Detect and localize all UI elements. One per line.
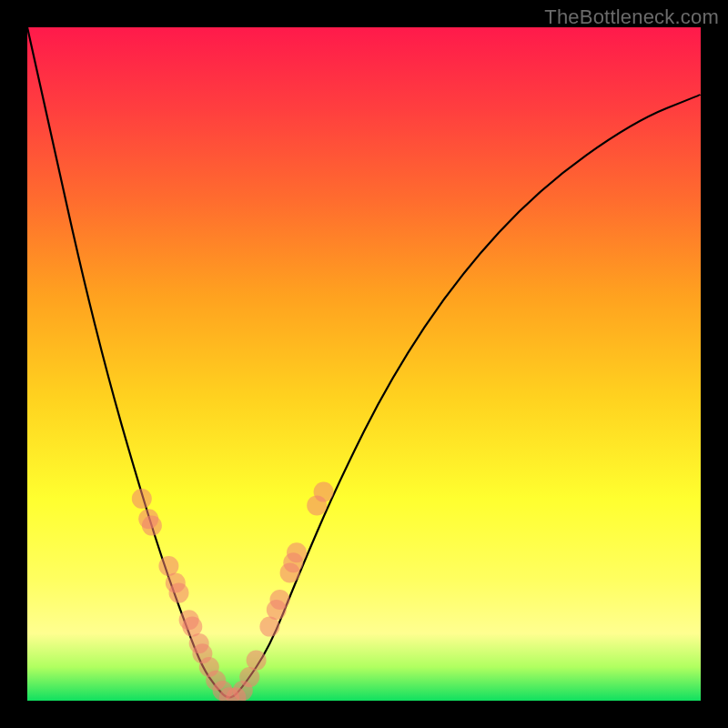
chart-svg — [27, 27, 701, 701]
datapoint — [169, 583, 189, 603]
datapoint — [287, 542, 307, 562]
watermark-text: TheBottleneck.com — [544, 5, 719, 29]
datapoint — [247, 651, 267, 671]
bottleneck-curve — [27, 27, 701, 697]
datapoints-layer — [132, 482, 334, 701]
datapoint — [314, 482, 334, 502]
datapoint — [142, 516, 162, 536]
chart-plot-area — [27, 27, 701, 701]
datapoint — [132, 489, 152, 509]
datapoint — [270, 590, 290, 610]
